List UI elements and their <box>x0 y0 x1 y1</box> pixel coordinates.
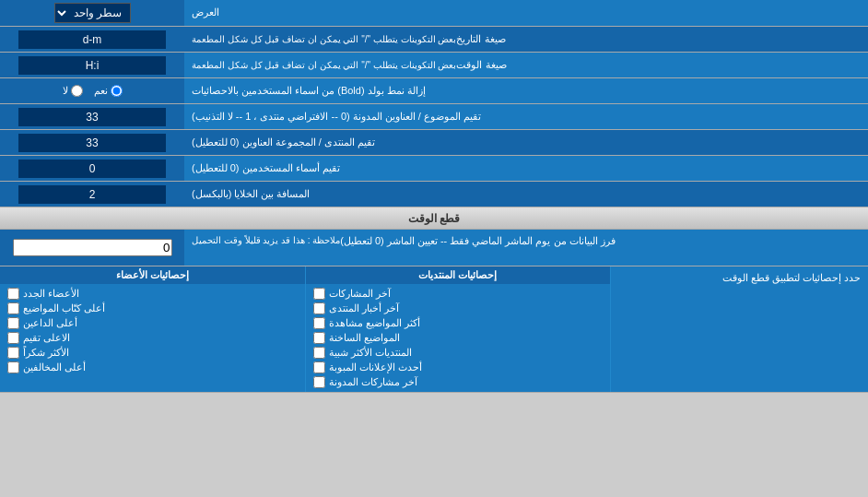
cut-time-input-cell <box>0 230 184 266</box>
cb-top-violators-label: أعلى المخالفين <box>23 361 86 373</box>
display-row: العرض سطر واحد سطرين ثلاثة أسطر <box>0 0 868 27</box>
cell-spacing-input[interactable] <box>18 185 166 204</box>
topic-order-label: تقيم الموضوع / العناوين المدونة (0 -- ال… <box>184 104 868 129</box>
cb-top-rated-label: الاعلى تقيم <box>23 332 70 344</box>
cb-similar-forums: المنتديات الأكثر شبية <box>313 347 604 359</box>
cb-top-violators: أعلى المخالفين <box>7 361 298 373</box>
cb-forum-news-label: آخر أخبار المنتدى <box>329 302 399 314</box>
limit-label: حدد إحصائيات لتطبيق قطع الوقت <box>610 266 868 392</box>
cb-blog-posts: آخر مشاركات المدونة <box>313 376 604 388</box>
cb-similar-forums-check[interactable] <box>313 347 325 359</box>
cb-top-posters: أعلى كتّاب المواضيع <box>7 302 298 314</box>
cb-most-thanked-check[interactable] <box>7 347 19 359</box>
time-format-label: صيغة الوقت بعض التكوينات يتطلب "/" التي … <box>184 53 868 77</box>
cb-last-posts: آخر المشاركات <box>313 288 604 300</box>
cb-hot-topics: المواضيع الساخنة <box>313 332 604 344</box>
member-stats-col: إحصائيات الأعضاء الأعضاء الجدد أعلى كتّا… <box>0 266 305 392</box>
cut-time-row: فرز البيانات من يوم الماشر الماضي فقط --… <box>0 230 868 266</box>
cb-new-members-label: الأعضاء الجدد <box>23 288 79 300</box>
cb-most-viewed: أكثر المواضيع مشاهدة <box>313 317 604 329</box>
cb-classifieds-label: أحدث الإعلانات المبوبة <box>329 361 422 373</box>
cb-top-posters-check[interactable] <box>7 302 19 314</box>
date-format-row: صيغة التاريخ بعض التكوينات يتطلب "/" الت… <box>0 27 868 53</box>
cb-most-viewed-check[interactable] <box>313 317 325 329</box>
forum-stats-header: إحصائيات المنتديات <box>306 266 611 284</box>
cb-classifieds-check[interactable] <box>313 361 325 373</box>
cut-time-input[interactable] <box>13 239 172 256</box>
forum-order-input-cell <box>0 130 184 155</box>
bold-options: نعم لا <box>0 78 184 103</box>
cell-spacing-input-cell <box>0 182 184 207</box>
display-select[interactable]: سطر واحد سطرين ثلاثة أسطر <box>54 3 131 23</box>
cb-blog-posts-check[interactable] <box>313 376 325 388</box>
topic-order-row: تقيم الموضوع / العناوين المدونة (0 -- ال… <box>0 104 868 130</box>
time-format-input-cell <box>0 53 184 77</box>
cb-top-rated: الاعلى تقيم <box>7 332 298 344</box>
forum-order-input[interactable] <box>18 134 166 152</box>
cb-blog-posts-label: آخر مشاركات المدونة <box>329 376 417 388</box>
cb-hot-topics-label: المواضيع الساخنة <box>329 332 400 344</box>
bold-label: إزالة نمط بولد (Bold) من اسماء المستخدمي… <box>184 78 868 103</box>
cb-top-posters-label: أعلى كتّاب المواضيع <box>23 302 105 314</box>
users-order-input[interactable] <box>18 160 166 178</box>
topic-order-input-cell <box>0 104 184 129</box>
checkboxes-section: حدد إحصائيات لتطبيق قطع الوقت إحصائيات ا… <box>0 266 868 393</box>
cb-top-inviters-label: أعلى الداعين <box>23 317 77 329</box>
cut-time-section-header: قطع الوقت <box>0 207 868 230</box>
cb-classifieds: أحدث الإعلانات المبوبة <box>313 361 604 373</box>
cb-top-inviters-check[interactable] <box>7 317 19 329</box>
forum-order-row: تقيم المنتدى / المجموعة العناوين (0 للتع… <box>0 130 868 156</box>
cb-last-posts-check[interactable] <box>313 288 325 300</box>
forum-stats-list: آخر المشاركات آخر أخبار المنتدى أكثر الم… <box>306 284 611 392</box>
member-stats-list: الأعضاء الجدد أعلى كتّاب المواضيع أعلى ا… <box>0 284 305 377</box>
date-format-label: صيغة التاريخ بعض التكوينات يتطلب "/" الت… <box>184 27 868 52</box>
users-order-input-cell <box>0 156 184 181</box>
topic-order-input[interactable] <box>18 108 166 126</box>
date-format-input-cell <box>0 27 184 52</box>
bold-yes-label[interactable]: نعم <box>94 85 123 97</box>
cb-new-members: الأعضاء الجدد <box>7 288 298 300</box>
cell-spacing-row: المسافة بين الخلايا (بالبكسل) <box>0 182 868 207</box>
time-format-input[interactable] <box>18 56 166 75</box>
cb-most-viewed-label: أكثر المواضيع مشاهدة <box>329 317 420 329</box>
cb-most-thanked: الأكثر شكراً <box>7 347 298 359</box>
cb-forum-news: آخر أخبار المنتدى <box>313 302 604 314</box>
cb-most-thanked-label: الأكثر شكراً <box>23 347 69 359</box>
date-format-input[interactable] <box>18 30 166 49</box>
cb-top-rated-check[interactable] <box>7 332 19 344</box>
cut-time-label: فرز البيانات من يوم الماشر الماضي فقط --… <box>184 230 868 266</box>
member-stats-header: إحصائيات الأعضاء <box>0 266 305 284</box>
cb-new-members-check[interactable] <box>7 288 19 300</box>
cb-top-violators-check[interactable] <box>7 361 19 373</box>
forum-order-label: تقيم المنتدى / المجموعة العناوين (0 للتع… <box>184 130 868 155</box>
time-format-row: صيغة الوقت بعض التكوينات يتطلب "/" التي … <box>0 53 868 78</box>
cb-last-posts-label: آخر المشاركات <box>329 288 391 300</box>
bold-yes-radio[interactable] <box>111 85 123 97</box>
bold-row: إزالة نمط بولد (Bold) من اسماء المستخدمي… <box>0 78 868 104</box>
users-order-label: تقيم أسماء المستخدمين (0 للتعطيل) <box>184 156 868 181</box>
cb-forum-news-check[interactable] <box>313 302 325 314</box>
cb-top-inviters: أعلى الداعين <box>7 317 298 329</box>
display-input-cell: سطر واحد سطرين ثلاثة أسطر <box>0 0 184 26</box>
forum-stats-col: إحصائيات المنتديات آخر المشاركات آخر أخب… <box>305 266 611 392</box>
cell-spacing-label: المسافة بين الخلايا (بالبكسل) <box>184 182 868 207</box>
bold-no-label[interactable]: لا <box>63 85 83 97</box>
cb-similar-forums-label: المنتديات الأكثر شبية <box>329 347 412 359</box>
users-order-row: تقيم أسماء المستخدمين (0 للتعطيل) <box>0 156 868 182</box>
display-label: العرض <box>184 0 868 26</box>
cb-hot-topics-check[interactable] <box>313 332 325 344</box>
bold-no-radio[interactable] <box>71 85 83 97</box>
main-container: العرض سطر واحد سطرين ثلاثة أسطر صيغة الت… <box>0 0 868 393</box>
